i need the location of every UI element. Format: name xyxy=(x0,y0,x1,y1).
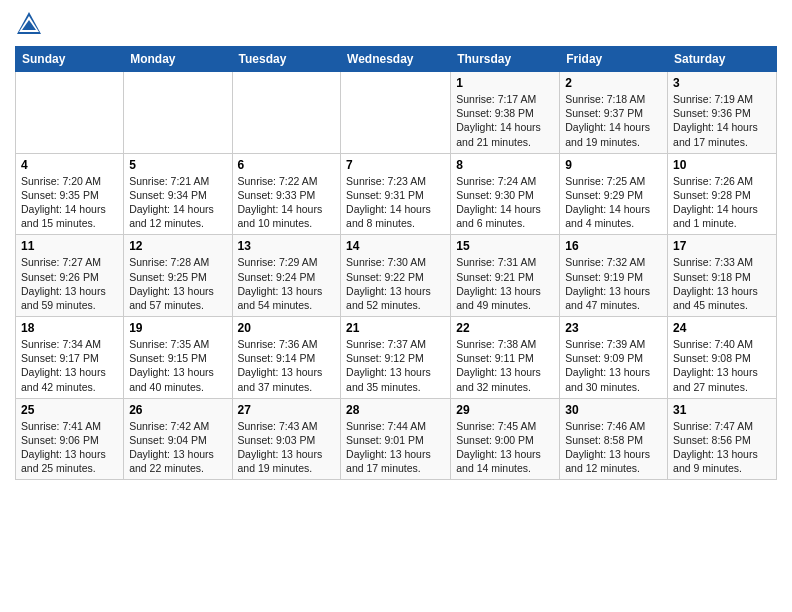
day-number: 2 xyxy=(565,76,662,90)
week-row-5: 25Sunrise: 7:41 AM Sunset: 9:06 PM Dayli… xyxy=(16,398,777,480)
cell-content: Sunrise: 7:17 AM Sunset: 9:38 PM Dayligh… xyxy=(456,92,554,149)
cell-content: Sunrise: 7:47 AM Sunset: 8:56 PM Dayligh… xyxy=(673,419,771,476)
week-row-3: 11Sunrise: 7:27 AM Sunset: 9:26 PM Dayli… xyxy=(16,235,777,317)
day-number: 28 xyxy=(346,403,445,417)
day-header-wednesday: Wednesday xyxy=(341,47,451,72)
day-number: 23 xyxy=(565,321,662,335)
calendar-cell xyxy=(124,72,232,154)
day-number: 24 xyxy=(673,321,771,335)
calendar-cell: 16Sunrise: 7:32 AM Sunset: 9:19 PM Dayli… xyxy=(560,235,668,317)
calendar-cell: 24Sunrise: 7:40 AM Sunset: 9:08 PM Dayli… xyxy=(668,317,777,399)
day-number: 1 xyxy=(456,76,554,90)
cell-content: Sunrise: 7:32 AM Sunset: 9:19 PM Dayligh… xyxy=(565,255,662,312)
calendar-cell xyxy=(341,72,451,154)
calendar-cell: 15Sunrise: 7:31 AM Sunset: 9:21 PM Dayli… xyxy=(451,235,560,317)
cell-content: Sunrise: 7:31 AM Sunset: 9:21 PM Dayligh… xyxy=(456,255,554,312)
day-number: 31 xyxy=(673,403,771,417)
calendar-cell: 1Sunrise: 7:17 AM Sunset: 9:38 PM Daylig… xyxy=(451,72,560,154)
calendar-cell: 31Sunrise: 7:47 AM Sunset: 8:56 PM Dayli… xyxy=(668,398,777,480)
cell-content: Sunrise: 7:23 AM Sunset: 9:31 PM Dayligh… xyxy=(346,174,445,231)
day-number: 20 xyxy=(238,321,336,335)
cell-content: Sunrise: 7:22 AM Sunset: 9:33 PM Dayligh… xyxy=(238,174,336,231)
cell-content: Sunrise: 7:29 AM Sunset: 9:24 PM Dayligh… xyxy=(238,255,336,312)
calendar-cell: 9Sunrise: 7:25 AM Sunset: 9:29 PM Daylig… xyxy=(560,153,668,235)
calendar-cell: 2Sunrise: 7:18 AM Sunset: 9:37 PM Daylig… xyxy=(560,72,668,154)
calendar-cell xyxy=(232,72,341,154)
day-number: 12 xyxy=(129,239,226,253)
day-header-monday: Monday xyxy=(124,47,232,72)
logo-icon xyxy=(15,10,43,38)
day-number: 8 xyxy=(456,158,554,172)
cell-content: Sunrise: 7:42 AM Sunset: 9:04 PM Dayligh… xyxy=(129,419,226,476)
cell-content: Sunrise: 7:37 AM Sunset: 9:12 PM Dayligh… xyxy=(346,337,445,394)
cell-content: Sunrise: 7:19 AM Sunset: 9:36 PM Dayligh… xyxy=(673,92,771,149)
day-number: 14 xyxy=(346,239,445,253)
day-number: 9 xyxy=(565,158,662,172)
cell-content: Sunrise: 7:18 AM Sunset: 9:37 PM Dayligh… xyxy=(565,92,662,149)
day-header-thursday: Thursday xyxy=(451,47,560,72)
calendar-cell: 30Sunrise: 7:46 AM Sunset: 8:58 PM Dayli… xyxy=(560,398,668,480)
cell-content: Sunrise: 7:40 AM Sunset: 9:08 PM Dayligh… xyxy=(673,337,771,394)
cell-content: Sunrise: 7:44 AM Sunset: 9:01 PM Dayligh… xyxy=(346,419,445,476)
cell-content: Sunrise: 7:35 AM Sunset: 9:15 PM Dayligh… xyxy=(129,337,226,394)
cell-content: Sunrise: 7:33 AM Sunset: 9:18 PM Dayligh… xyxy=(673,255,771,312)
week-row-2: 4Sunrise: 7:20 AM Sunset: 9:35 PM Daylig… xyxy=(16,153,777,235)
cell-content: Sunrise: 7:46 AM Sunset: 8:58 PM Dayligh… xyxy=(565,419,662,476)
day-number: 7 xyxy=(346,158,445,172)
day-number: 6 xyxy=(238,158,336,172)
day-number: 15 xyxy=(456,239,554,253)
calendar-cell xyxy=(16,72,124,154)
calendar-cell: 27Sunrise: 7:43 AM Sunset: 9:03 PM Dayli… xyxy=(232,398,341,480)
cell-content: Sunrise: 7:28 AM Sunset: 9:25 PM Dayligh… xyxy=(129,255,226,312)
calendar-cell: 23Sunrise: 7:39 AM Sunset: 9:09 PM Dayli… xyxy=(560,317,668,399)
page-header xyxy=(15,10,777,38)
calendar-cell: 6Sunrise: 7:22 AM Sunset: 9:33 PM Daylig… xyxy=(232,153,341,235)
day-number: 11 xyxy=(21,239,118,253)
calendar-cell: 21Sunrise: 7:37 AM Sunset: 9:12 PM Dayli… xyxy=(341,317,451,399)
calendar-cell: 10Sunrise: 7:26 AM Sunset: 9:28 PM Dayli… xyxy=(668,153,777,235)
cell-content: Sunrise: 7:20 AM Sunset: 9:35 PM Dayligh… xyxy=(21,174,118,231)
logo xyxy=(15,10,47,38)
calendar-cell: 5Sunrise: 7:21 AM Sunset: 9:34 PM Daylig… xyxy=(124,153,232,235)
day-number: 29 xyxy=(456,403,554,417)
day-number: 5 xyxy=(129,158,226,172)
day-header-friday: Friday xyxy=(560,47,668,72)
calendar-cell: 19Sunrise: 7:35 AM Sunset: 9:15 PM Dayli… xyxy=(124,317,232,399)
cell-content: Sunrise: 7:38 AM Sunset: 9:11 PM Dayligh… xyxy=(456,337,554,394)
calendar-cell: 26Sunrise: 7:42 AM Sunset: 9:04 PM Dayli… xyxy=(124,398,232,480)
day-number: 25 xyxy=(21,403,118,417)
cell-content: Sunrise: 7:21 AM Sunset: 9:34 PM Dayligh… xyxy=(129,174,226,231)
calendar-cell: 12Sunrise: 7:28 AM Sunset: 9:25 PM Dayli… xyxy=(124,235,232,317)
day-number: 17 xyxy=(673,239,771,253)
cell-content: Sunrise: 7:34 AM Sunset: 9:17 PM Dayligh… xyxy=(21,337,118,394)
cell-content: Sunrise: 7:45 AM Sunset: 9:00 PM Dayligh… xyxy=(456,419,554,476)
cell-content: Sunrise: 7:36 AM Sunset: 9:14 PM Dayligh… xyxy=(238,337,336,394)
cell-content: Sunrise: 7:27 AM Sunset: 9:26 PM Dayligh… xyxy=(21,255,118,312)
cell-content: Sunrise: 7:43 AM Sunset: 9:03 PM Dayligh… xyxy=(238,419,336,476)
calendar-cell: 3Sunrise: 7:19 AM Sunset: 9:36 PM Daylig… xyxy=(668,72,777,154)
week-row-1: 1Sunrise: 7:17 AM Sunset: 9:38 PM Daylig… xyxy=(16,72,777,154)
day-number: 3 xyxy=(673,76,771,90)
day-number: 18 xyxy=(21,321,118,335)
calendar-cell: 22Sunrise: 7:38 AM Sunset: 9:11 PM Dayli… xyxy=(451,317,560,399)
calendar-cell: 18Sunrise: 7:34 AM Sunset: 9:17 PM Dayli… xyxy=(16,317,124,399)
cell-content: Sunrise: 7:25 AM Sunset: 9:29 PM Dayligh… xyxy=(565,174,662,231)
day-number: 4 xyxy=(21,158,118,172)
calendar-cell: 4Sunrise: 7:20 AM Sunset: 9:35 PM Daylig… xyxy=(16,153,124,235)
day-number: 13 xyxy=(238,239,336,253)
day-header-saturday: Saturday xyxy=(668,47,777,72)
day-header-tuesday: Tuesday xyxy=(232,47,341,72)
cell-content: Sunrise: 7:24 AM Sunset: 9:30 PM Dayligh… xyxy=(456,174,554,231)
day-number: 21 xyxy=(346,321,445,335)
calendar-cell: 11Sunrise: 7:27 AM Sunset: 9:26 PM Dayli… xyxy=(16,235,124,317)
calendar-cell: 17Sunrise: 7:33 AM Sunset: 9:18 PM Dayli… xyxy=(668,235,777,317)
calendar-cell: 20Sunrise: 7:36 AM Sunset: 9:14 PM Dayli… xyxy=(232,317,341,399)
day-number: 16 xyxy=(565,239,662,253)
day-header-sunday: Sunday xyxy=(16,47,124,72)
calendar-cell: 25Sunrise: 7:41 AM Sunset: 9:06 PM Dayli… xyxy=(16,398,124,480)
cell-content: Sunrise: 7:39 AM Sunset: 9:09 PM Dayligh… xyxy=(565,337,662,394)
calendar-table: SundayMondayTuesdayWednesdayThursdayFrid… xyxy=(15,46,777,480)
calendar-cell: 8Sunrise: 7:24 AM Sunset: 9:30 PM Daylig… xyxy=(451,153,560,235)
day-number: 30 xyxy=(565,403,662,417)
day-number: 19 xyxy=(129,321,226,335)
